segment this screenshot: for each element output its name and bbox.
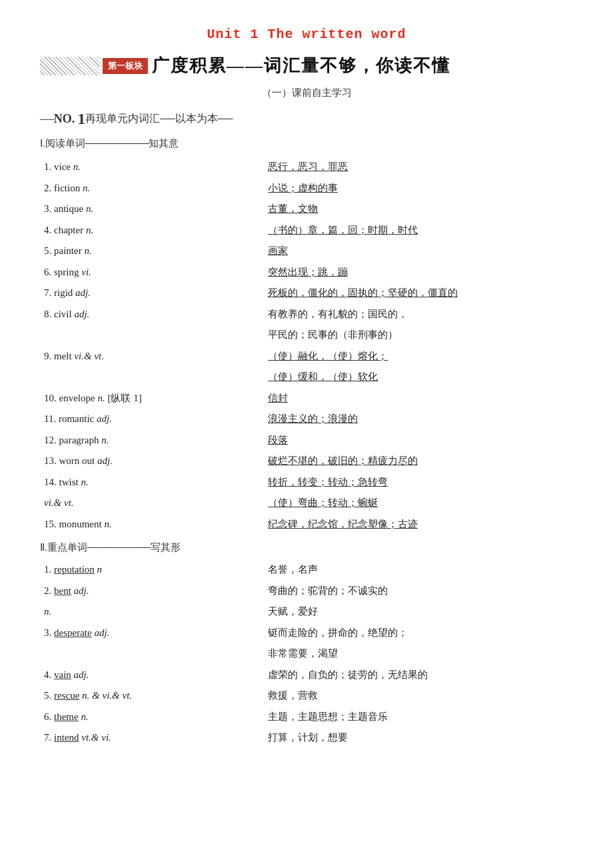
meaning-cell: （使）缓和，（使）软化: [264, 367, 573, 388]
meaning-cell: （书的）章，篇，回；时期，时代: [264, 220, 573, 241]
word-cell: 3. antique n.: [40, 199, 264, 220]
word-cell: 5. rescue n. & vi.& vt.: [40, 685, 264, 707]
word-cell: 13. worn out adj.: [40, 451, 264, 472]
dash-left: ──: [40, 113, 54, 125]
table-row: 12. paragraph n. 段落: [40, 430, 573, 451]
table-row: 1. vice n. 恶行，恶习，罪恶: [40, 157, 573, 178]
word-cell: 9. melt vi.& vt.: [40, 346, 264, 367]
board-label: 第一板块: [103, 58, 148, 74]
table-row: 7. intend vt.& vi. 打算，计划，想要: [40, 727, 573, 749]
table-row: 3. antique n. 古董，文物: [40, 199, 573, 220]
word-cell: 7. rigid adj.: [40, 283, 264, 304]
word-cell-empty: [40, 643, 264, 665]
no1-label: NO.: [54, 112, 75, 126]
word-cell: 15. monument n.: [40, 514, 264, 535]
table-row: 2. fiction n. 小说；虚构的事: [40, 178, 573, 199]
part2-label: Ⅱ.重点单词─────────写其形: [40, 541, 573, 554]
meaning-cell: （使）弯曲；转动；蜿蜒: [264, 493, 573, 514]
word-cell-empty: [40, 325, 264, 346]
word-cell: 4. chapter n.: [40, 220, 264, 241]
meaning-cell: 虚荣的，自负的；徒劳的，无结果的: [264, 665, 573, 686]
word-cell: 8. civil adj.: [40, 304, 264, 325]
table-row: 5. painter n. 画家: [40, 241, 573, 262]
word-cell: 3. desperate adj.: [40, 623, 264, 644]
table-row: 5. rescue n. & vi.& vt. 救援，营救: [40, 685, 573, 707]
hatch-decoration: [40, 57, 100, 75]
meaning-cell: （使）融化，（使）熔化；: [264, 346, 573, 367]
meaning-cell: 主题，主题思想；主题音乐: [264, 707, 573, 728]
meaning-cell: 有教养的，有礼貌的；国民的，: [264, 304, 573, 325]
word-cell: 14. twist n.: [40, 472, 264, 493]
no1-num: 1: [77, 110, 85, 128]
word-cell: 4. vain adj.: [40, 665, 264, 686]
word-cell: 6. theme n.: [40, 707, 264, 728]
word-cell: 6. spring vi.: [40, 262, 264, 283]
table-row: 13. worn out adj. 破烂不堪的，破旧的；精疲力尽的: [40, 451, 573, 472]
meaning-cell: 转折，转变；转动；急转弯: [264, 472, 573, 493]
meaning-cell: 死板的，僵化的，固执的；坚硬的，僵直的: [264, 283, 573, 304]
table-row: 11. romantic adj. 浪漫主义的；浪漫的: [40, 409, 573, 430]
table-row: 15. monument n. 纪念碑，纪念馆，纪念塑像；古迹: [40, 514, 573, 535]
no1-header: ── NO. 1 再现单元内词汇──以本为本──: [40, 110, 573, 128]
meaning-cell: 打算，计划，想要: [264, 727, 573, 749]
meaning-cell: 恶行，恶习，罪恶: [264, 157, 573, 178]
table-row: 7. rigid adj. 死板的，僵化的，固执的；坚硬的，僵直的: [40, 283, 573, 304]
table-row: 6. theme n. 主题，主题思想；主题音乐: [40, 707, 573, 728]
meaning-cell: 纪念碑，纪念馆，纪念塑像；古迹: [264, 514, 573, 535]
section-main-title: 广度积累——词汇量不够，你读不懂: [152, 54, 450, 77]
table-row: （使）缓和，（使）软化: [40, 367, 573, 388]
meaning-cell: 浪漫主义的；浪漫的: [264, 409, 573, 430]
word-cell: 2. fiction n.: [40, 178, 264, 199]
page-container: Unit 1 The written word 第一板块 广度积累——词汇量不够…: [40, 27, 573, 749]
table-row: 1. reputation n 名誉，名声: [40, 559, 573, 581]
meaning-cell: 平民的；民事的（非刑事的）: [264, 325, 573, 346]
meaning-cell: 古董，文物: [264, 199, 573, 220]
table-row: n. 天赋，爱好: [40, 601, 573, 623]
word-cell: 2. bent adj.: [40, 581, 264, 602]
table-row: 10. envelope n. [纵联 1] 信封: [40, 388, 573, 409]
meaning-cell: 救援，营救: [264, 685, 573, 707]
part1-table: 1. vice n. 恶行，恶习，罪恶 2. fiction n. 小说；虚构的…: [40, 157, 573, 535]
meaning-cell: 信封: [264, 388, 573, 409]
word-cell: 11. romantic adj.: [40, 409, 264, 430]
meaning-cell: 铤而走险的，拼命的，绝望的；: [264, 623, 573, 644]
meaning-cell: 非常需要，渴望: [264, 643, 573, 665]
meaning-cell: 天赋，爱好: [264, 601, 573, 623]
table-row: 9. melt vi.& vt. （使）融化，（使）熔化；: [40, 346, 573, 367]
no1-text: 再现单元内词汇──以本为本──: [85, 112, 233, 126]
meaning-cell: 突然出现；跳，蹦: [264, 262, 573, 283]
table-row: 2. bent adj. 弯曲的；驼背的；不诚实的: [40, 581, 573, 602]
word-cell: 1. vice n.: [40, 157, 264, 178]
word-cell: vi.& vt.: [40, 493, 264, 514]
table-row: 4. vain adj. 虚荣的，自负的；徒劳的，无结果的: [40, 665, 573, 686]
meaning-cell: 破烂不堪的，破旧的；精疲力尽的: [264, 451, 573, 472]
meaning-cell: 弯曲的；驼背的；不诚实的: [264, 581, 573, 602]
word-cell: 5. painter n.: [40, 241, 264, 262]
meaning-cell: 段落: [264, 430, 573, 451]
sub-heading: （一）课前自主学习: [40, 87, 573, 99]
word-cell: n.: [40, 601, 264, 623]
table-row: 非常需要，渴望: [40, 643, 573, 665]
table-row: 平民的；民事的（非刑事的）: [40, 325, 573, 346]
meaning-cell: 名誉，名声: [264, 559, 573, 581]
table-row: 6. spring vi. 突然出现；跳，蹦: [40, 262, 573, 283]
table-row: vi.& vt. （使）弯曲；转动；蜿蜒: [40, 493, 573, 514]
meaning-cell: 画家: [264, 241, 573, 262]
page-title: Unit 1 The written word: [40, 27, 573, 42]
table-row: 3. desperate adj. 铤而走险的，拼命的，绝望的；: [40, 623, 573, 644]
word-cell: 10. envelope n. [纵联 1]: [40, 388, 264, 409]
word-cell: 12. paragraph n.: [40, 430, 264, 451]
table-row: 4. chapter n. （书的）章，篇，回；时期，时代: [40, 220, 573, 241]
meaning-cell: 小说；虚构的事: [264, 178, 573, 199]
section-header: 第一板块 广度积累——词汇量不够，你读不懂: [40, 54, 573, 77]
part2-table: 1. reputation n 名誉，名声 2. bent adj. 弯曲的；驼…: [40, 559, 573, 749]
table-row: 14. twist n. 转折，转变；转动；急转弯: [40, 472, 573, 493]
word-cell-empty: [40, 367, 264, 388]
word-cell: 1. reputation n: [40, 559, 264, 581]
table-row: 8. civil adj. 有教养的，有礼貌的；国民的，: [40, 304, 573, 325]
part1-label: Ⅰ.阅读单词─────────知其意: [40, 137, 573, 150]
word-cell: 7. intend vt.& vi.: [40, 727, 264, 749]
